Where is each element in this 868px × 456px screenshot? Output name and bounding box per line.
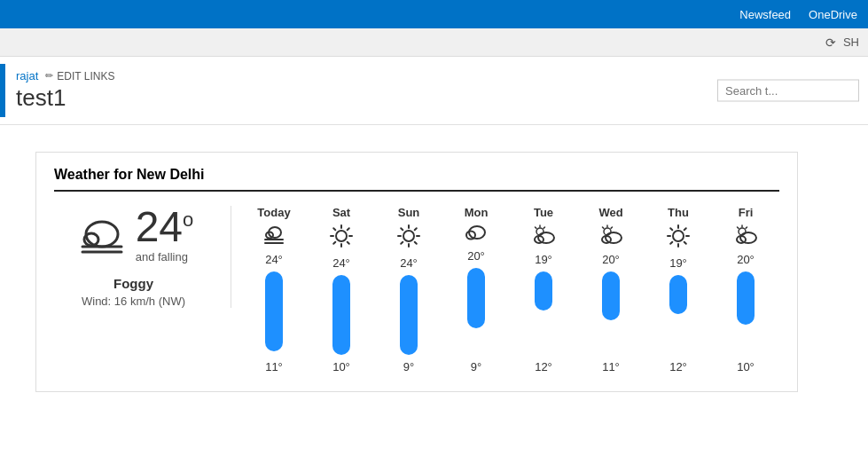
- temp-bar: [737, 271, 755, 325]
- svg-point-40: [673, 231, 684, 241]
- forecast-day-mon: Mon 20° 9°: [442, 206, 510, 373]
- forecast-day-fri: Fri 20° 10°: [712, 206, 779, 373]
- svg-line-25: [401, 242, 403, 244]
- temp-bar-container: [669, 275, 688, 355]
- forecast-day-wed: Wed 20° 11°: [577, 206, 645, 373]
- forecast-panel: Today 24° 11° Sat 24° 10° Sun 24° 9° Mon…: [231, 206, 779, 373]
- refresh-icon[interactable]: ⟳: [825, 35, 836, 50]
- breadcrumb: rajat ✏ EDIT LINKS: [16, 69, 114, 83]
- weather-icon: [598, 224, 623, 248]
- low-temp: 11°: [602, 360, 620, 373]
- temp-bar-container: [264, 271, 284, 355]
- fog-cloud-icon: [74, 213, 127, 257]
- temp-bar-container: [332, 275, 351, 355]
- svg-point-32: [538, 232, 554, 243]
- svg-point-26: [469, 226, 485, 239]
- high-temp: 24°: [332, 256, 350, 270]
- day-label: Wed: [598, 206, 622, 219]
- main-content: Weather for New Delhi 24o: [0, 125, 868, 419]
- degree-symbol: o: [183, 208, 193, 231]
- svg-line-16: [333, 242, 335, 244]
- weather-icon: [667, 224, 690, 251]
- high-temp: 20°: [602, 253, 620, 266]
- low-temp: 9°: [403, 360, 414, 373]
- site-name-link[interactable]: rajat: [16, 69, 38, 83]
- weather-icon: [397, 224, 420, 251]
- svg-point-8: [336, 231, 347, 241]
- svg-line-48: [670, 242, 672, 244]
- svg-line-13: [333, 228, 335, 230]
- temp-bar-container: [601, 271, 621, 355]
- temp-bar: [332, 275, 350, 355]
- sh-label: SH: [843, 35, 859, 49]
- low-temp: 12°: [535, 360, 552, 373]
- day-label: Thu: [668, 206, 689, 219]
- high-temp: 19°: [669, 256, 687, 270]
- svg-line-45: [670, 228, 672, 230]
- svg-line-22: [401, 228, 403, 230]
- forecast-day-sun: Sun 24° 9°: [375, 206, 442, 373]
- day-label: Sat: [332, 206, 350, 219]
- low-temp: 9°: [471, 360, 481, 373]
- site-header: rajat ✏ EDIT LINKS test1: [0, 57, 868, 125]
- wind-label: Wind: 16 km/h (NW): [82, 295, 185, 308]
- forecast-day-thu: Thu 19° 12°: [645, 206, 712, 373]
- svg-line-30: [536, 227, 536, 228]
- svg-point-38: [606, 232, 622, 243]
- svg-line-52: [746, 227, 747, 228]
- forecast-day-tue: Tue 19° 12°: [510, 206, 577, 373]
- temp-bar-container: [399, 275, 418, 355]
- temp-bar-container: [736, 271, 755, 355]
- weather-icon: [465, 224, 488, 244]
- current-weather-top: 24o and falling: [74, 206, 194, 263]
- svg-line-36: [603, 227, 604, 228]
- day-label: Fri: [739, 206, 754, 219]
- low-temp: 10°: [737, 360, 755, 373]
- high-temp: 24°: [400, 256, 418, 270]
- temp-bar: [400, 275, 418, 355]
- weather-widget: Weather for New Delhi 24o: [35, 152, 798, 392]
- high-temp: 20°: [467, 249, 485, 263]
- weather-icon: [733, 224, 758, 248]
- current-temp: 24o: [136, 206, 194, 248]
- day-label: Sun: [398, 206, 420, 219]
- low-temp: 11°: [265, 360, 283, 373]
- high-temp: 19°: [535, 253, 552, 266]
- svg-point-53: [740, 232, 756, 243]
- temp-bar-container: [534, 271, 553, 355]
- temp-bar: [467, 268, 485, 328]
- temp-bar: [265, 271, 283, 351]
- low-temp: 10°: [332, 360, 350, 373]
- high-temp: 24°: [265, 253, 283, 266]
- svg-line-14: [348, 242, 349, 244]
- svg-line-24: [415, 228, 417, 230]
- svg-line-37: [611, 227, 612, 228]
- search-box[interactable]: [717, 80, 859, 102]
- forecast-day-sat: Sat 24° 10°: [308, 206, 375, 373]
- edit-links-button[interactable]: ✏ EDIT LINKS: [45, 70, 114, 83]
- weather-title: Weather for New Delhi: [54, 167, 779, 192]
- temp-bar: [602, 271, 620, 320]
- temp-bar: [535, 271, 552, 311]
- breadcrumb-area: rajat ✏ EDIT LINKS test1: [16, 69, 114, 112]
- current-temp-area: 24o and falling: [136, 206, 194, 263]
- day-label: Today: [257, 206, 290, 219]
- onedrive-link[interactable]: OneDrive: [809, 8, 857, 21]
- temp-bar: [669, 275, 687, 314]
- day-label: Tue: [534, 206, 553, 219]
- weather-body: 24o and falling Foggy Wind: 16 km/h (NW)…: [54, 206, 779, 373]
- edit-links-label: EDIT LINKS: [57, 70, 114, 83]
- top-navigation: Newsfeed OneDrive: [0, 0, 868, 28]
- falling-text: and falling: [136, 250, 194, 263]
- svg-line-23: [415, 242, 417, 244]
- forecast-day-today: Today 24° 11°: [240, 206, 308, 373]
- accent-bar: [0, 64, 5, 117]
- day-label: Mon: [465, 206, 489, 219]
- page-title: test1: [16, 84, 114, 112]
- search-input[interactable]: [717, 80, 859, 102]
- svg-line-51: [738, 227, 739, 228]
- svg-line-46: [684, 242, 686, 244]
- condition-label: Foggy: [113, 276, 153, 291]
- svg-line-15: [348, 228, 349, 230]
- newsfeed-link[interactable]: Newsfeed: [739, 8, 791, 21]
